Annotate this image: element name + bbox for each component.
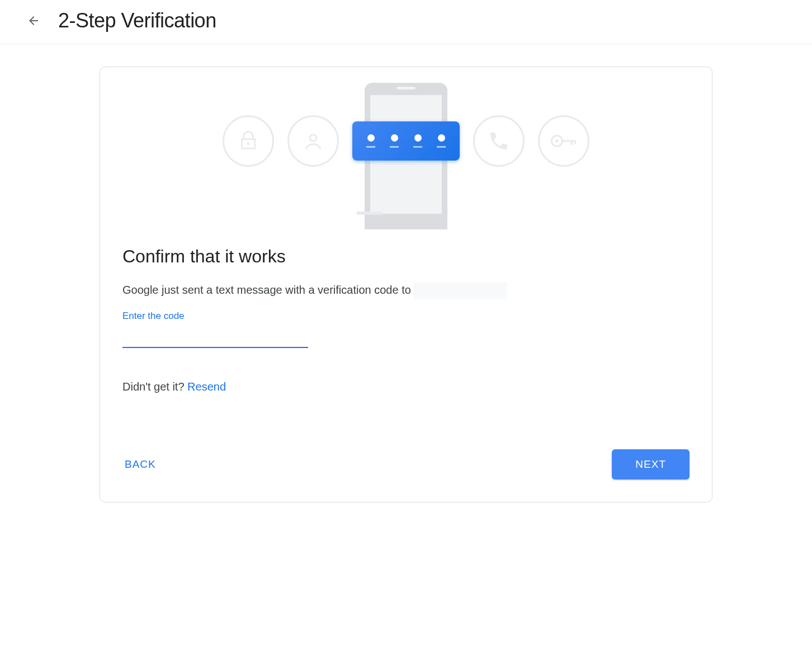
verification-card: Confirm that it works Google just sent a…	[100, 67, 712, 502]
card-description: Google just sent a text message with a v…	[122, 281, 690, 299]
resend-row: Didn't get it? Resend	[122, 380, 690, 393]
code-badge	[352, 121, 460, 161]
illustration	[100, 67, 712, 229]
card-content: Confirm that it works Google just sent a…	[100, 229, 712, 480]
lock-icon	[223, 115, 274, 167]
key-icon	[538, 115, 589, 167]
back-arrow-icon[interactable]	[27, 14, 40, 27]
card-heading: Confirm that it works	[122, 246, 690, 267]
back-button[interactable]: BACK	[122, 453, 158, 476]
person-icon	[287, 115, 339, 167]
svg-point-3	[555, 139, 559, 143]
resend-link[interactable]: Resend	[187, 380, 226, 393]
page-title: 2-Step Verification	[58, 9, 216, 32]
actions-row: BACK NEXT	[122, 449, 690, 480]
phone-icon	[473, 115, 525, 167]
redacted-phone	[413, 283, 507, 299]
code-input[interactable]	[122, 325, 308, 348]
svg-point-0	[247, 143, 250, 145]
icons-row	[223, 115, 589, 167]
next-button[interactable]: NEXT	[612, 449, 690, 480]
code-field-label: Enter the code	[122, 311, 690, 322]
svg-point-1	[310, 135, 317, 142]
resend-prompt: Didn't get it?	[122, 380, 187, 393]
page-header: 2-Step Verification	[0, 0, 812, 44]
description-text: Google just sent a text message with a v…	[122, 284, 411, 296]
